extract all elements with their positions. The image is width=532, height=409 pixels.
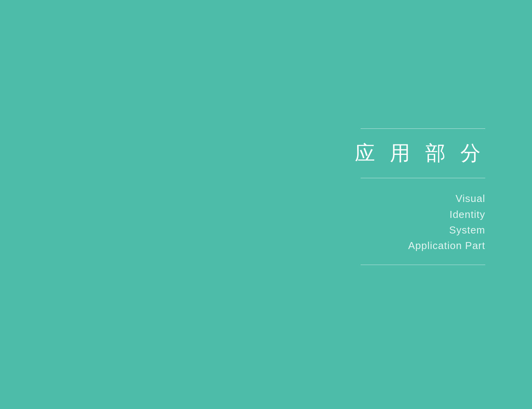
subtitle-block: Visual Identity System Application Part (408, 191, 485, 253)
bottom-divider (361, 265, 485, 265)
chinese-title: 应 用 部 分 (355, 140, 485, 167)
subtitle-identity: Identity (449, 207, 485, 222)
subtitle-system: System (449, 222, 485, 238)
middle-divider (361, 178, 485, 178)
subtitle-application-part: Application Part (408, 238, 485, 253)
top-divider (361, 128, 485, 129)
main-content-block: 应 用 部 分 Visual Identity System Applicati… (355, 128, 485, 265)
subtitle-visual: Visual (456, 191, 485, 206)
